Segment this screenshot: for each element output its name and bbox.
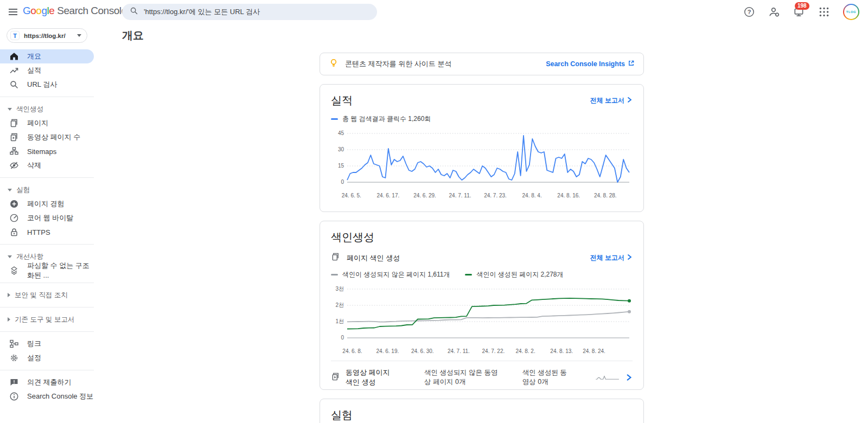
add-circle-icon [9,199,19,209]
sidebar-section-security[interactable]: 보안 및 직접 조치 [0,288,94,302]
page-indexing-subtitle: 페이지 색인 생성 [347,253,400,263]
sidebar-section-label: 기존 도구 및 보고서 [15,315,74,324]
trending-up-icon [9,66,19,75]
performance-card: 실적 전체 보고서 총 웹 검색결과 클릭수 1,260회 015304524.… [320,84,644,212]
sidebar-divider [0,177,94,178]
google-apps-grid-icon[interactable] [818,6,830,18]
notifications-icon[interactable]: 198 [793,6,805,18]
external-link-icon [628,60,635,68]
sidebar-item-label: Search Console 정보 [27,392,93,401]
sidebar-item-label: 페이지 경험 [27,199,65,209]
sidebar-item-feedback[interactable]: 의견 제출하기 [0,375,94,389]
sidebar-divider [0,370,94,370]
svg-text:24. 6. 8.: 24. 6. 8. [342,348,362,354]
sidebar: T https://tlog.kr/ 개요 실적 URL 검사 색인생성 페이지 [0,24,94,423]
sidebar-item-page-experience[interactable]: 페이지 경험 [0,197,94,211]
sidebar-item-label: 의견 제출하기 [27,377,72,387]
performance-chart: 015304524. 6. 5.24. 6. 17.24. 6. 29.24. … [331,127,633,200]
sidebar-item-label: 개요 [27,52,41,61]
sidebar-section-label: 개선사항 [16,252,43,261]
sidebar-item-label: 코어 웹 바이탈 [27,213,73,223]
notification-count-badge: 198 [795,2,809,10]
video-indexed-count: 색인 생성된 동영상 0개 [522,368,568,387]
svg-text:24. 6. 19.: 24. 6. 19. [376,348,399,354]
app-logo[interactable]: GoogleSearch Console [23,5,127,17]
structured-data-icon [9,266,19,275]
svg-text:3천: 3천 [335,286,344,292]
svg-text:24. 7. 23.: 24. 7. 23. [484,193,507,198]
sidebar-item-label: 실적 [27,66,41,75]
hamburger-menu-icon[interactable] [7,5,20,18]
sidebar-item-url-inspection[interactable]: URL 검사 [0,78,94,92]
account-avatar[interactable]: TLOG [843,4,859,20]
indexing-full-report-link[interactable]: 전체 보고서 [590,253,633,262]
url-inspection-search-input[interactable]: 'https://tlog.kr/'에 있는 모든 URL 검사 [122,4,377,20]
lightbulb-icon [329,58,339,70]
sidebar-item-settings[interactable]: 설정 [0,351,94,365]
user-settings-icon[interactable] [768,6,780,18]
svg-text:24. 8. 4.: 24. 8. 4. [522,193,542,198]
sidebar-item-label: HTTPS [27,228,50,236]
sidebar-section-label: 색인생성 [16,105,43,114]
video-indexing-label: 동영상 페이지 색인 생성 [346,368,395,387]
svg-text:15: 15 [338,163,344,169]
logo-letter: G [23,5,30,16]
svg-text:24. 7. 22.: 24. 7. 22. [482,348,505,354]
svg-text:24. 7. 11.: 24. 7. 11. [449,193,471,198]
sidebar-item-performance[interactable]: 실적 [0,63,94,78]
gauge-icon [9,213,19,223]
sidebar-item-pages[interactable]: 페이지 [0,116,94,130]
video-indexing-chevron-button[interactable] [625,374,633,381]
sidebar-item-unparsable-structured-data[interactable]: 파싱할 수 없는 구조화된 ... [0,264,94,278]
caret-right-icon [8,317,10,322]
svg-text:24. 8. 28.: 24. 8. 28. [594,193,617,198]
sidebar-item-video-pages[interactable]: 동영상 페이지 수 [0,130,94,144]
help-icon[interactable]: ? [743,6,755,18]
video-pages-icon [331,372,340,383]
video-not-indexed-count: 색인 생성되지 않은 동영상 페이지 0개 [424,368,499,387]
sidebar-divider [0,283,94,283]
svg-text:0: 0 [341,335,344,341]
indexing-card-title: 색인생성 [331,230,374,245]
performance-full-report-link[interactable]: 전체 보고서 [590,96,633,105]
sidebar-item-removals[interactable]: 삭제 [0,158,94,172]
indexing-card: 색인생성 페이지 색인 생성 전체 보고서 색인이 생성되지 않은 페이지 1,… [320,221,644,390]
sidebar-item-links[interactable]: 링크 [0,337,94,351]
sidebar-section-experience[interactable]: 실험 [0,183,94,197]
sidebar-section-indexing[interactable]: 색인생성 [0,102,94,116]
property-selector[interactable]: T https://tlog.kr/ [7,28,87,43]
sidebar-item-sitemaps[interactable]: Sitemaps [0,144,94,158]
svg-text:24. 6. 30.: 24. 6. 30. [411,348,434,354]
eye-off-icon [9,161,19,170]
experience-card: 실험 [320,399,644,423]
svg-text:24. 6. 17.: 24. 6. 17. [377,193,400,198]
not-indexed-legend: 색인이 생성되지 않은 페이지 1,611개 [331,270,450,279]
links-icon [9,339,19,349]
caret-down-icon [8,189,12,191]
legend-dash-gray [331,274,338,276]
sitemap-icon [9,146,19,156]
sidebar-item-about[interactable]: Search Console 정보 [0,389,94,403]
video-sparkline-chart [595,373,620,382]
topbar-actions: ? 198 TLOG [743,4,859,20]
sidebar-item-label: 설정 [27,353,41,363]
sidebar-section-legacy-tools[interactable]: 기존 도구 및 보고서 [0,312,94,326]
sidebar-item-label: 동영상 페이지 수 [27,132,80,142]
gear-icon [9,353,19,363]
svg-text:24. 7. 11.: 24. 7. 11. [448,348,470,354]
indexing-chart: 01천2천3천24. 6. 8.24. 6. 19.24. 6. 30.24. … [331,283,633,355]
svg-text:24. 8. 13.: 24. 8. 13. [550,348,573,354]
sidebar-section-label: 보안 및 직접 조치 [15,291,68,300]
video-indexing-row[interactable]: 동영상 페이지 색인 생성 색인 생성되지 않은 동영상 페이지 0개 색인 생… [331,361,633,387]
caret-right-icon [8,293,10,297]
search-console-insights-link[interactable]: Search Console Insights [546,60,635,68]
sidebar-item-overview[interactable]: 개요 [0,49,94,63]
svg-text:24. 8. 24.: 24. 8. 24. [583,348,605,354]
svg-text:?: ? [748,9,751,15]
sidebar-item-https[interactable]: HTTPS [0,225,94,239]
legend-dash-green [465,274,472,276]
sidebar-item-core-web-vitals[interactable]: 코어 웹 바이탈 [0,211,94,225]
logo-suffix: Search Console [57,5,126,16]
video-pages-icon [9,132,19,142]
avatar-label: TLOG [844,5,858,19]
